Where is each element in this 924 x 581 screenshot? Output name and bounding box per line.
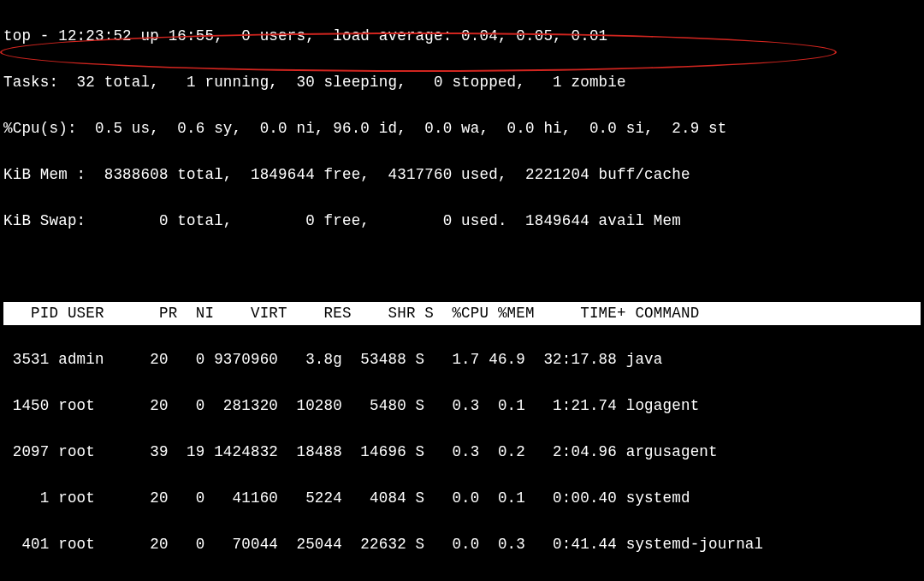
process-row: 401 root 20 0 70044 25044 22632 S 0.0 0.… — [3, 533, 921, 556]
process-row: 1 root 20 0 41160 5224 4084 S 0.0 0.1 0:… — [3, 487, 921, 510]
blank-line — [3, 256, 921, 279]
process-table-header: PID USER PR NI VIRT RES SHR S %CPU %MEM … — [3, 302, 921, 325]
process-row: 3531 admin 20 0 9370960 3.8g 53488 S 1.7… — [3, 348, 921, 371]
process-row: 2097 root 39 19 1424832 18488 14696 S 0.… — [3, 441, 921, 464]
process-row: 1450 root 20 0 281320 10280 5480 S 0.3 0… — [3, 394, 921, 418]
summary-line-swap: KiB Swap: 0 total, 0 free, 0 used. 18496… — [3, 210, 921, 233]
summary-line-2: Tasks: 32 total, 1 running, 30 sleeping,… — [3, 71, 921, 94]
terminal-output[interactable]: top - 12:23:52 up 16:55, 0 users, load a… — [0, 0, 924, 581]
summary-line-mem: KiB Mem : 8388608 total, 1849644 free, 4… — [3, 163, 921, 187]
summary-line-cpu: %Cpu(s): 0.5 us, 0.6 sy, 0.0 ni, 96.0 id… — [3, 117, 921, 140]
summary-line-1: top - 12:23:52 up 16:55, 0 users, load a… — [3, 25, 921, 48]
